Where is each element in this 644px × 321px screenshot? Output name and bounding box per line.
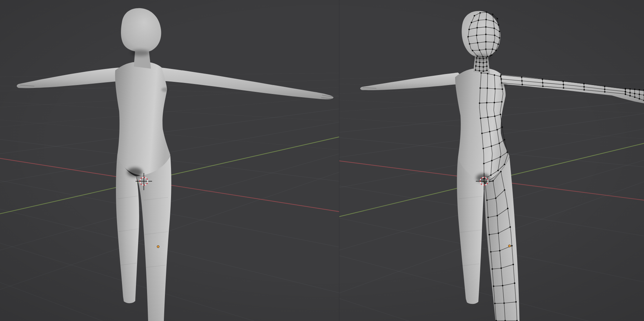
object-origin-dot xyxy=(508,245,511,247)
chin-shadow xyxy=(473,55,490,60)
object-origin-dot xyxy=(157,246,159,248)
chin-shadow xyxy=(131,50,150,56)
blender-viewport-comparison xyxy=(0,0,644,321)
underarm-shadow xyxy=(161,88,169,92)
torso-shaded xyxy=(115,62,170,176)
scene-canvas xyxy=(0,0,644,321)
crotch-shadow xyxy=(127,168,142,177)
